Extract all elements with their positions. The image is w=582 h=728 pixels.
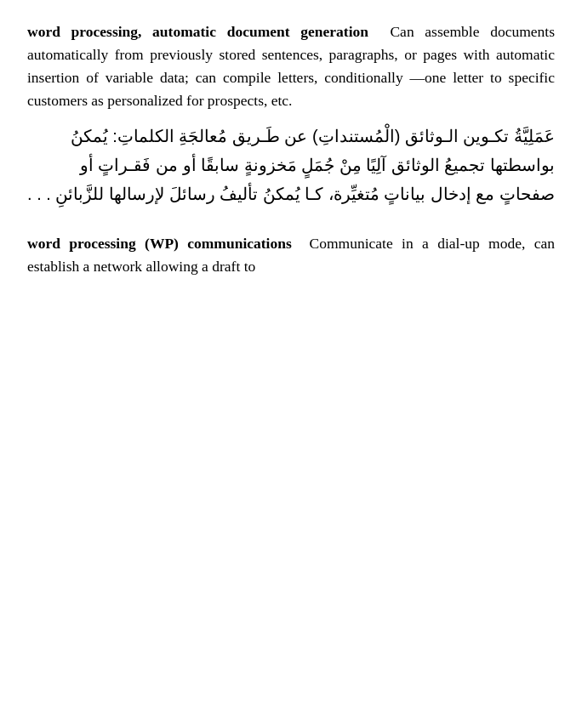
entry-1-arabic: عَمَلِيَّةُ تكـوين الـوثائق (الْمُستندات… bbox=[27, 122, 555, 208]
entry-2-text: word processing (WP) communications Comm… bbox=[27, 232, 555, 278]
page-content: word processing, automatic document gene… bbox=[27, 20, 555, 278]
entry-1: word processing, automatic document gene… bbox=[27, 20, 555, 208]
divider bbox=[27, 224, 555, 232]
entry-2: word processing (WP) communications Comm… bbox=[27, 232, 555, 278]
entry-1-text: word processing, automatic document gene… bbox=[27, 20, 555, 113]
entry-1-term: word processing, automatic document gene… bbox=[27, 23, 368, 40]
entry-2-term: word processing (WP) communications bbox=[27, 235, 292, 252]
